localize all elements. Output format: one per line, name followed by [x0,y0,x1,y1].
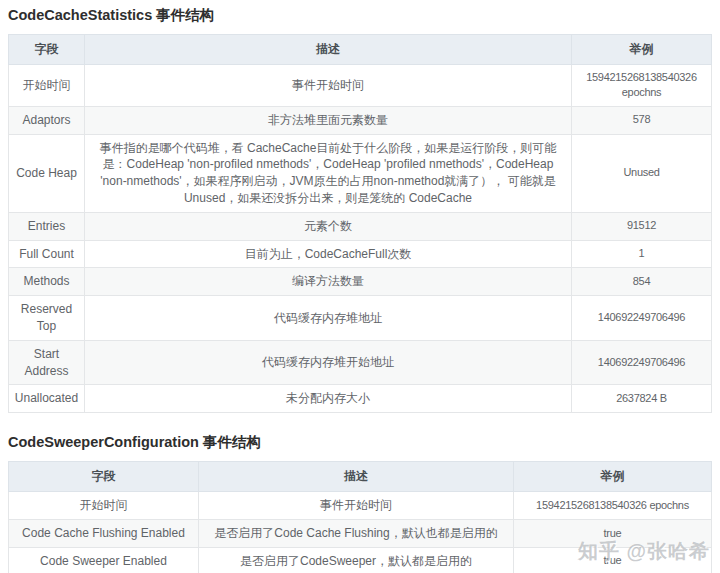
field-cell: Entries [9,212,85,240]
example-cell: 91512 [572,212,712,240]
description-cell: 代码缓存内存堆地址 [85,296,572,341]
field-cell: Adaptors [9,106,85,134]
section-title-codecachestatistics: CodeCacheStatistics 事件结构 [8,6,712,25]
table-row: Code Heap 事件指的是哪个代码堆，看 CacheCache目前处于什么阶… [9,134,712,212]
field-cell: 开始时间 [9,65,85,107]
section-title-codesweeperconfiguration: CodeSweeperConfiguration 事件结构 [8,433,712,452]
article-page: CodeCacheStatistics 事件结构 字段 描述 举例 开始时间 事… [0,0,720,573]
example-cell: 1594215268138540326 epochns [572,65,712,107]
table-row: Code Sweeper Enabled 是否启用了CodeSweeper，默认… [9,547,712,573]
column-header-description: 描述 [199,462,514,492]
example-cell: 140692249706496 [572,296,712,341]
table-row: Start Address 代码缓存内存堆开始地址 14069224970649… [9,340,712,385]
table-row: Unallocated 未分配内存大小 2637824 B [9,385,712,413]
table-row: 开始时间 事件开始时间 1594215268138540326 epochns [9,65,712,107]
example-cell: 1594215268138540326 epochns [514,492,712,520]
description-cell: 目前为止，CodeCacheFull次数 [85,240,572,268]
field-cell: 开始时间 [9,492,199,520]
table-row: Adaptors 非方法堆里面元素数量 578 [9,106,712,134]
table-header-row: 字段 描述 举例 [9,462,712,492]
field-cell: Unallocated [9,385,85,413]
table-row: 开始时间 事件开始时间 1594215268138540326 epochns [9,492,712,520]
table-row: Reserved Top 代码缓存内存堆地址 140692249706496 [9,296,712,341]
description-cell: 是否启用了CodeSweeper，默认都是启用的 [199,547,514,573]
example-cell: 1 [572,240,712,268]
column-header-field: 字段 [9,35,85,65]
description-cell: 未分配内存大小 [85,385,572,413]
field-cell: Methods [9,268,85,296]
example-cell: true [514,519,712,547]
description-cell: 非方法堆里面元素数量 [85,106,572,134]
description-cell: 事件开始时间 [85,65,572,107]
example-cell: 140692249706496 [572,340,712,385]
table-row: Entries 元素个数 91512 [9,212,712,240]
description-cell: 编译方法数量 [85,268,572,296]
description-cell: 元素个数 [85,212,572,240]
field-cell: Full Count [9,240,85,268]
field-cell: Code Heap [9,134,85,212]
description-cell: 事件指的是哪个代码堆，看 CacheCache目前处于什么阶段，如果是运行阶段，… [85,134,572,212]
description-cell: 是否启用了Code Cache Flushing，默认也都是启用的 [199,519,514,547]
table-row: Code Cache Flushing Enabled 是否启用了Code Ca… [9,519,712,547]
description-cell: 事件开始时间 [199,492,514,520]
table-header-row: 字段 描述 举例 [9,35,712,65]
field-cell: Code Cache Flushing Enabled [9,519,199,547]
column-header-field: 字段 [9,462,199,492]
example-cell: 2637824 B [572,385,712,413]
field-cell: Reserved Top [9,296,85,341]
example-cell: 854 [572,268,712,296]
codesweeperconfiguration-table: 字段 描述 举例 开始时间 事件开始时间 1594215268138540326… [8,461,712,573]
example-cell: Unused [572,134,712,212]
field-cell: Code Sweeper Enabled [9,547,199,573]
column-header-example: 举例 [514,462,712,492]
table-row: Methods 编译方法数量 854 [9,268,712,296]
description-cell: 代码缓存内存堆开始地址 [85,340,572,385]
example-cell: true [514,547,712,573]
codecachestatistics-table: 字段 描述 举例 开始时间 事件开始时间 1594215268138540326… [8,34,712,413]
table-row: Full Count 目前为止，CodeCacheFull次数 1 [9,240,712,268]
example-cell: 578 [572,106,712,134]
column-header-example: 举例 [572,35,712,65]
column-header-description: 描述 [85,35,572,65]
field-cell: Start Address [9,340,85,385]
